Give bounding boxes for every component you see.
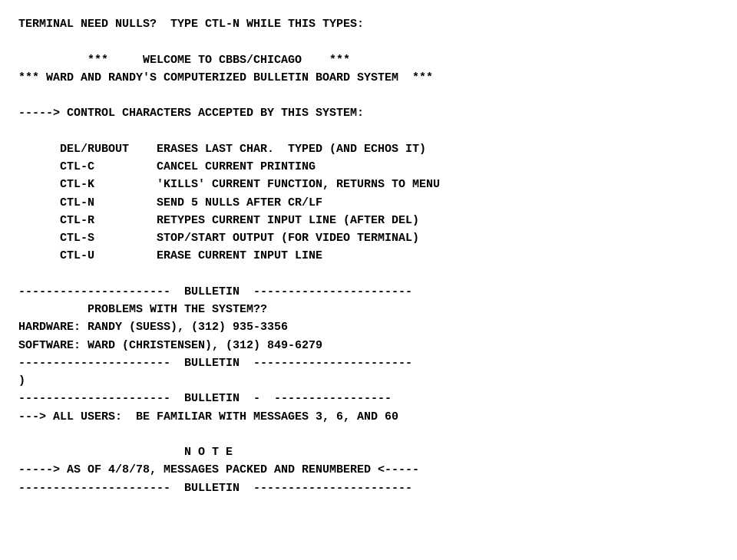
terminal-screen: TERMINAL NEED NULLS? TYPE CTL-N WHILE TH… [0,0,737,560]
